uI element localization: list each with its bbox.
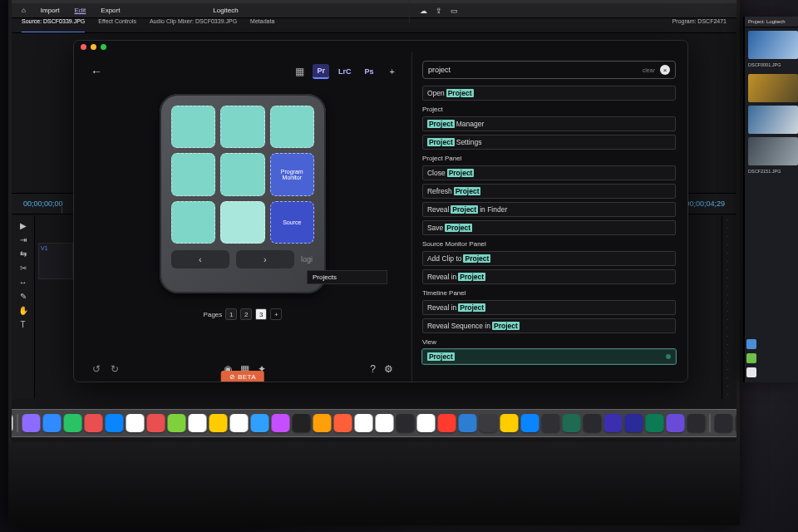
close-traffic-light[interactable]: [81, 44, 86, 50]
share-icon[interactable]: ⇪: [436, 7, 442, 15]
dock-app-22[interactable]: [459, 414, 477, 432]
command-item[interactable]: Project: [422, 349, 676, 364]
help-icon[interactable]: ?: [370, 363, 376, 375]
command-item[interactable]: Add Clip to Project: [422, 251, 676, 266]
keypad-key-2[interactable]: [220, 106, 264, 148]
dock-app-4[interactable]: [85, 414, 103, 432]
ps-tool-icon-3[interactable]: [746, 367, 756, 377]
dock-app-19[interactable]: [397, 414, 415, 432]
page-2[interactable]: 2: [240, 308, 252, 320]
dock-app-25[interactable]: [521, 414, 539, 432]
command-item[interactable]: Save Project: [422, 220, 676, 235]
nav-import[interactable]: Import: [41, 7, 60, 14]
dock-app-7[interactable]: [147, 414, 165, 432]
command-item[interactable]: Open Project: [422, 86, 676, 101]
dock-app-14[interactable]: [293, 414, 311, 432]
dock-app-9[interactable]: [189, 414, 207, 432]
razor-tool-icon[interactable]: ✂: [20, 264, 27, 273]
page-1[interactable]: 1: [225, 308, 237, 320]
back-button[interactable]: ←: [91, 65, 102, 78]
dock-app-34[interactable]: [715, 414, 733, 432]
command-search[interactable]: clear ×: [422, 61, 676, 79]
nav-export[interactable]: Export: [101, 7, 120, 14]
dock-app-2[interactable]: [43, 414, 62, 432]
track-select-tool-icon[interactable]: ⇥: [20, 235, 27, 244]
pen-tool-icon[interactable]: ✎: [20, 292, 27, 301]
tab-program[interactable]: Program: DSCF2471: [672, 18, 727, 32]
dock-app-21[interactable]: [438, 414, 456, 432]
dock-app-24[interactable]: [500, 414, 519, 432]
dock-app-28[interactable]: [584, 414, 602, 432]
dock-app-13[interactable]: [272, 414, 290, 432]
layout-grid-icon[interactable]: ▦: [295, 66, 304, 77]
command-item[interactable]: Project Settings: [422, 135, 676, 150]
dock-app-8[interactable]: [168, 414, 186, 432]
workspace-icon[interactable]: ▭: [451, 7, 458, 15]
keypad-key-1[interactable]: [171, 106, 215, 148]
dock-app-18[interactable]: [376, 414, 394, 432]
dock-app-16[interactable]: [334, 414, 352, 432]
bin-thumbnail[interactable]: [748, 106, 798, 134]
cloud-sync-icon[interactable]: ☁: [420, 7, 427, 15]
tab-audio-mixer[interactable]: Audio Clip Mixer: DSCF0339.JPG: [150, 18, 237, 32]
settings-gear-icon[interactable]: ⚙: [384, 363, 393, 375]
clear-search-icon[interactable]: ×: [660, 65, 670, 75]
slip-tool-icon[interactable]: ↔: [19, 278, 27, 287]
app-chip-pr[interactable]: Pr: [313, 64, 329, 79]
tab-effect-controls[interactable]: Effect Controls: [98, 18, 136, 32]
add-page-button[interactable]: +: [270, 308, 282, 320]
app-chip-ps[interactable]: Ps: [360, 65, 377, 78]
window-titlebar[interactable]: [74, 41, 687, 52]
page-next-button[interactable]: ›: [236, 250, 294, 268]
keypad-key-8[interactable]: [220, 201, 264, 244]
app-chip-lrc[interactable]: LrC: [334, 65, 356, 78]
selection-tool-icon[interactable]: ▶: [20, 221, 27, 230]
command-item[interactable]: Reveal in Project: [422, 300, 676, 315]
dock-app-3[interactable]: [64, 414, 82, 432]
keypad-key-7[interactable]: [171, 201, 215, 244]
dock-app-12[interactable]: [251, 414, 269, 432]
page-3[interactable]: 3: [255, 308, 267, 320]
dock-app-6[interactable]: [126, 414, 145, 432]
dock-app-27[interactable]: [563, 414, 581, 432]
dock-app-15[interactable]: [313, 414, 332, 432]
nav-edit[interactable]: Edit: [75, 7, 86, 14]
command-item[interactable]: Project Manager: [422, 116, 676, 131]
command-item[interactable]: Reveal Project in Finder: [422, 202, 676, 217]
keypad-key-4[interactable]: [171, 153, 215, 195]
dock-app-30[interactable]: [625, 414, 643, 432]
keypad-key-5[interactable]: [220, 153, 264, 195]
zoom-traffic-light[interactable]: [101, 44, 106, 50]
dock-app-31[interactable]: [646, 414, 664, 432]
dock-app-0[interactable]: [12, 414, 13, 432]
video-track-header[interactable]: V1: [38, 243, 73, 279]
page-prev-button[interactable]: ‹: [171, 250, 229, 268]
search-input[interactable]: [428, 66, 638, 74]
dock-app-26[interactable]: [542, 414, 560, 432]
ripple-tool-icon[interactable]: ⇆: [20, 249, 27, 259]
minimize-traffic-light[interactable]: [91, 44, 96, 50]
clear-search-link[interactable]: clear: [643, 67, 655, 73]
ps-tool-icon-2[interactable]: [746, 353, 756, 363]
dock-app-23[interactable]: [480, 414, 498, 432]
undo-icon[interactable]: ↺: [92, 363, 101, 375]
ps-tool-icon[interactable]: [746, 339, 756, 349]
keypad-key-9[interactable]: Source: [270, 201, 314, 244]
dock-app-17[interactable]: [355, 414, 373, 432]
macos-dock[interactable]: [12, 409, 736, 437]
bin-thumbnail[interactable]: [748, 137, 798, 165]
dock-app-20[interactable]: [417, 414, 436, 432]
tab-metadata[interactable]: Metadata: [250, 18, 274, 32]
redo-icon[interactable]: ↻: [111, 363, 119, 375]
dock-app-10[interactable]: [209, 414, 228, 432]
dock-app-11[interactable]: [230, 414, 249, 432]
hand-tool-icon[interactable]: ✋: [18, 306, 28, 315]
dock-app-1[interactable]: [22, 414, 41, 432]
dock-app-35[interactable]: [736, 414, 737, 432]
command-item[interactable]: Reveal Sequence in Project: [422, 318, 676, 333]
dock-app-29[interactable]: [604, 414, 623, 432]
dock-app-32[interactable]: [667, 414, 685, 432]
project-panel-header[interactable]: Project: Logitech: [745, 17, 798, 27]
bin-thumbnail[interactable]: [748, 31, 798, 59]
command-item[interactable]: Reveal in Project: [422, 269, 676, 284]
